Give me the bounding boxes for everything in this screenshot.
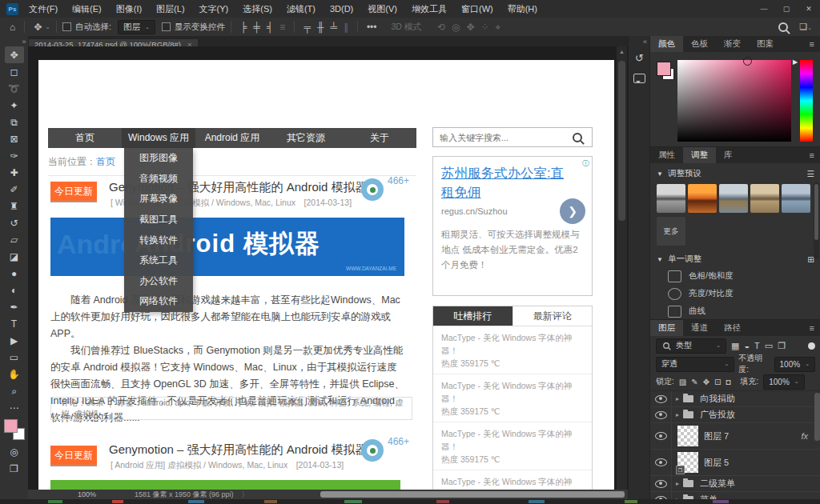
filter-smart-object-icon[interactable]: ❐: [778, 341, 786, 351]
layer-row-group[interactable]: ▸ 广告投放: [650, 407, 820, 423]
marquee-tool-icon[interactable]: ◻: [5, 63, 24, 80]
filter-pixel-icon[interactable]: ▦: [731, 341, 739, 351]
tab-gradients[interactable]: 渐变: [716, 36, 749, 52]
show-transform-checkbox[interactable]: [162, 22, 171, 31]
filter-toggle-icon[interactable]: [808, 342, 815, 350]
frame-tool-icon[interactable]: ⊠: [5, 130, 24, 147]
expand-group-icon[interactable]: ▸: [672, 395, 683, 402]
comment-list-item[interactable]: MacType - 美化 Windows 字体的神器！ 热度 359175 ℃: [433, 374, 592, 422]
preset-thumbnail[interactable]: [782, 184, 810, 213]
menu-select[interactable]: 选择(S): [235, 0, 279, 18]
history-panel-icon[interactable]: ↺: [629, 47, 650, 68]
search-icon[interactable]: [778, 22, 788, 32]
visibility-eye-icon[interactable]: [655, 458, 667, 466]
nav-android-apps[interactable]: Android 应用: [195, 128, 269, 148]
tab-libraries[interactable]: 库: [716, 147, 741, 163]
blend-mode-dropdown[interactable]: 穿透 ⌄: [656, 357, 734, 372]
auto-select-dropdown[interactable]: 图层 ⌄: [118, 20, 155, 34]
layer-row-group[interactable]: ▸ 向我捐助: [650, 391, 820, 407]
visibility-eye-icon[interactable]: [655, 395, 667, 403]
tab-patterns[interactable]: 图案: [749, 36, 782, 52]
tab-rank[interactable]: 吐槽排行: [433, 306, 512, 326]
move-tool-icon[interactable]: ✥: [5, 46, 24, 63]
status-arrow-icon[interactable]: 〉: [242, 490, 249, 500]
more-options-icon[interactable]: •••: [364, 22, 380, 33]
fill-input[interactable]: 100% ⌄: [763, 374, 804, 390]
auto-select-checkbox[interactable]: [62, 22, 71, 31]
ad-info-icon[interactable]: ⓘ: [582, 158, 589, 169]
menu-plugins[interactable]: 增效工具: [404, 0, 454, 18]
dodge-tool-icon[interactable]: ◐: [5, 282, 24, 298]
preset-thumbnail[interactable]: [688, 184, 717, 213]
quick-mask-icon[interactable]: ◎: [5, 443, 24, 460]
menu-view[interactable]: 视图(V): [360, 0, 404, 18]
menu-layer[interactable]: 图层(L): [149, 0, 191, 18]
menu-edit[interactable]: 编辑(E): [65, 0, 109, 18]
panel-menu-icon[interactable]: ≡: [810, 320, 820, 336]
ad-headline-link[interactable]: 苏州服务式办公室:直租免佣: [441, 163, 569, 202]
align-center-icon[interactable]: ╪: [250, 22, 263, 33]
color-field[interactable]: [677, 60, 791, 142]
nav-home[interactable]: 首页: [48, 128, 122, 148]
panel-menu-icon[interactable]: ≡: [810, 36, 820, 52]
dropdown-item-network[interactable]: 网络软件: [124, 291, 193, 312]
history-brush-tool-icon[interactable]: ↺: [5, 214, 24, 231]
lock-transparent-icon[interactable]: ▨: [679, 378, 686, 386]
expand-panels-icon[interactable]: «: [629, 36, 650, 47]
dropdown-item-converter[interactable]: 转换软件: [124, 230, 193, 250]
workspace-switcher-icon[interactable]: ❏⌄: [799, 22, 812, 32]
layer-name[interactable]: 图层 5: [704, 457, 729, 469]
menu-help[interactable]: 帮助(H): [500, 0, 545, 18]
type-tool-icon[interactable]: T: [5, 315, 24, 332]
tab-latest-comments[interactable]: 最新评论: [512, 306, 593, 326]
pen-tool-icon[interactable]: ✒: [5, 298, 24, 315]
menu-filter[interactable]: 滤镜(T): [279, 0, 323, 18]
collapse-section-icon[interactable]: ▼: [657, 256, 663, 263]
screen-mode-icon[interactable]: ❐: [5, 460, 24, 477]
dropdown-item-audio-video[interactable]: 音频视频: [124, 169, 193, 190]
lock-pixels-icon[interactable]: ✎: [691, 378, 697, 386]
search-input[interactable]: [433, 133, 573, 142]
canvas-horizontal-scrollbar-thumb[interactable]: [320, 491, 625, 498]
layer-name[interactable]: 向我捐助: [700, 393, 735, 405]
preset-thumbnail[interactable]: [719, 184, 748, 213]
adjustment-hue-saturation[interactable]: 色相/饱和度: [650, 267, 820, 285]
layer-row-group[interactable]: ▸ 二级菜单: [650, 476, 820, 492]
visibility-eye-icon[interactable]: [655, 411, 667, 419]
menu-type[interactable]: 文字(Y): [192, 0, 236, 18]
ad-arrow-button[interactable]: ❯: [560, 198, 585, 224]
zoom-tool-icon[interactable]: ⌕: [5, 382, 24, 399]
align-right-icon[interactable]: ╡: [263, 22, 277, 33]
rectangle-tool-icon[interactable]: ▭: [5, 349, 24, 366]
canvas-vertical-scrollbar[interactable]: ▲: [617, 46, 627, 490]
color-cursor[interactable]: [743, 57, 752, 66]
nav-other-resources[interactable]: 其它资源: [269, 128, 343, 148]
menu-window[interactable]: 窗口(W): [454, 0, 500, 18]
filter-shape-icon[interactable]: ▭: [765, 341, 773, 351]
align-left-icon[interactable]: ╞: [237, 22, 251, 33]
tab-paths[interactable]: 路径: [716, 320, 749, 336]
nav-windows-apps[interactable]: Windows 应用: [122, 128, 195, 148]
zoom-level[interactable]: 100%: [78, 490, 96, 498]
dropdown-item-screenshot[interactable]: 截图工具: [124, 210, 193, 230]
path-select-tool-icon[interactable]: ▶: [5, 332, 24, 349]
healing-brush-tool-icon[interactable]: ✚: [5, 164, 24, 181]
comment-list-item[interactable]: MacType - 美化 Windows 字体的神器！ 热度 359175 ℃: [433, 422, 592, 470]
nav-about[interactable]: 关于: [343, 128, 416, 148]
layer-name[interactable]: 图层 7: [704, 430, 729, 442]
dropdown-item-screen-record[interactable]: 屏幕录像: [124, 189, 193, 210]
layer-name[interactable]: 广告投放: [700, 409, 735, 421]
tab-color[interactable]: 颜色: [650, 36, 683, 52]
dropdown-item-graphics[interactable]: 图形图像: [124, 148, 193, 169]
eyedropper-tool-icon[interactable]: ✑: [5, 147, 24, 164]
preset-thumbnail[interactable]: [657, 184, 685, 213]
panel-menu-icon[interactable]: ≡: [810, 147, 820, 163]
crop-tool-icon[interactable]: ⧉: [5, 114, 24, 130]
opacity-input[interactable]: 100% ⌄: [774, 357, 815, 372]
expand-group-icon[interactable]: ▸: [672, 411, 683, 418]
comments-panel-icon[interactable]: [629, 68, 650, 89]
minimize-button[interactable]: —: [753, 0, 775, 18]
lock-all-icon[interactable]: ◘: [726, 378, 730, 386]
toolbar-expand-icon[interactable]: »: [2, 36, 26, 46]
scrollbar-thumb[interactable]: [814, 184, 818, 240]
